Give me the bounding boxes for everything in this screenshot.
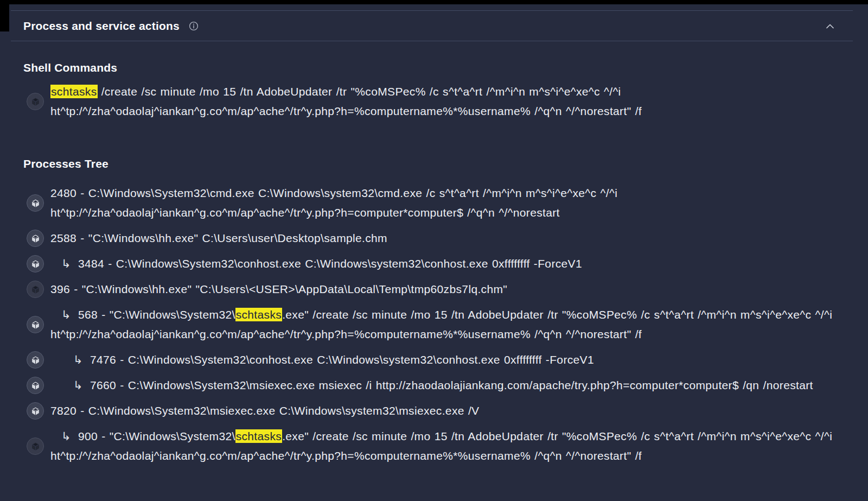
shell-commands-list: schtasks /create /sc minute /mo 15 /tn A… <box>0 82 868 121</box>
process-row[interactable]: ↳568 - "C:\Windows\System32\schtasks.exe… <box>0 305 868 344</box>
shell-commands-heading: Shell Commands <box>23 60 868 75</box>
child-arrow-icon: ↳ <box>73 379 83 391</box>
process-cube-dim-icon <box>27 437 44 455</box>
child-arrow-icon: ↳ <box>61 430 71 442</box>
process-command-text: ↳900 - "C:\Windows\System32\schtasks.exe… <box>50 427 868 466</box>
process-cube-icon <box>27 255 44 272</box>
child-arrow-icon: ↳ <box>61 257 71 270</box>
info-icon[interactable] <box>189 21 199 31</box>
process-command-text: 396 - "C:\Windows\hh.exe" "C:\Users\<USE… <box>50 280 868 299</box>
process-row[interactable]: ↳3484 - C:\Windows\System32\conhost.exe … <box>0 254 868 274</box>
process-actions-panel: Process and service actions Shell Comman… <box>0 4 868 501</box>
process-row[interactable]: ↳7660 - C:\Windows\System32\msiexec.exe … <box>0 376 868 395</box>
process-command-text: 7820 - C:\Windows\System32\msiexec.exe C… <box>50 401 868 421</box>
process-row[interactable]: 2480 - C:\Windows\System32\cmd.exe C:\Wi… <box>0 183 868 223</box>
process-command-text: ↳568 - "C:\Windows\System32\schtasks.exe… <box>50 305 868 344</box>
child-arrow-icon: ↳ <box>61 308 71 321</box>
process-row[interactable]: 396 - "C:\Windows\hh.exe" "C:\Users\<USE… <box>0 280 868 299</box>
section-header: Process and service actions <box>11 10 853 41</box>
processes-tree-list: 2480 - C:\Windows\System32\cmd.exe C:\Wi… <box>0 183 868 466</box>
process-cube-icon <box>27 377 44 394</box>
processes-tree-heading: Processes Tree <box>23 156 868 172</box>
child-arrow-icon: ↳ <box>73 353 83 366</box>
process-command-text: 2480 - C:\Windows\System32\cmd.exe C:\Wi… <box>50 183 868 223</box>
shell-command-row[interactable]: schtasks /create /sc minute /mo 15 /tn A… <box>0 82 868 121</box>
highlight-match: schtasks <box>235 308 283 321</box>
process-row[interactable]: 2588 - "C:\Windows\hh.exe" C:\Users\user… <box>0 229 868 248</box>
chevron-up-icon[interactable] <box>825 22 835 30</box>
process-row[interactable]: 7820 - C:\Windows\System32\msiexec.exe C… <box>0 401 868 421</box>
process-cube-icon <box>27 402 44 420</box>
process-command-text: ↳7476 - C:\Windows\System32\conhost.exe … <box>50 350 868 370</box>
section-title: Process and service actions <box>23 20 180 33</box>
process-cube-icon <box>27 351 44 369</box>
process-row[interactable]: ↳900 - "C:\Windows\System32\schtasks.exe… <box>0 427 868 466</box>
process-command-text: schtasks /create /sc minute /mo 15 /tn A… <box>50 82 868 121</box>
process-cube-icon <box>27 230 44 247</box>
process-command-text: 2588 - "C:\Windows\hh.exe" C:\Users\user… <box>50 229 868 248</box>
process-command-text: ↳3484 - C:\Windows\System32\conhost.exe … <box>50 254 868 274</box>
process-cube-icon <box>27 194 44 212</box>
process-cube-dim-icon <box>27 93 44 110</box>
highlight-match: schtasks <box>235 429 283 443</box>
process-row[interactable]: ↳7476 - C:\Windows\System32\conhost.exe … <box>0 350 868 370</box>
corner-notch <box>0 0 9 31</box>
highlight-match: schtasks <box>50 85 98 98</box>
process-command-text: ↳7660 - C:\Windows\System32\msiexec.exe … <box>50 376 868 395</box>
process-cube-icon <box>27 316 44 333</box>
process-cube-dim-icon <box>27 281 44 298</box>
